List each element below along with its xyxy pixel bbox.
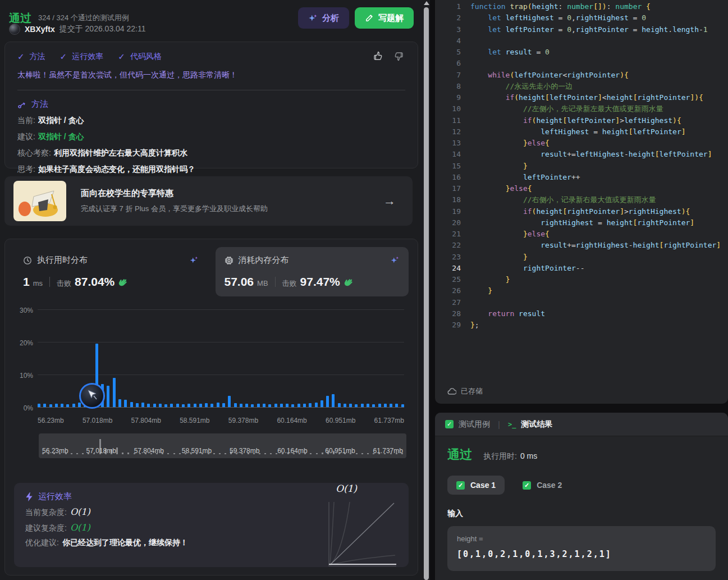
chart-bar[interactable] bbox=[280, 404, 283, 407]
code-lines[interactable]: 1function trap(height: number[]): number… bbox=[435, 1, 728, 331]
chart-bar[interactable] bbox=[332, 394, 335, 407]
code-line[interactable]: 11 if(height[leftPointer]>leftHighest){ bbox=[435, 115, 728, 126]
chart-bar[interactable] bbox=[107, 386, 109, 407]
chart-bar[interactable] bbox=[297, 404, 300, 407]
code-line[interactable]: 27 bbox=[435, 297, 728, 308]
code-line[interactable]: 4 bbox=[435, 35, 728, 47]
code-line[interactable]: 13 }else{ bbox=[435, 138, 728, 149]
case-button[interactable]: ✓Case 1 bbox=[447, 476, 505, 495]
chart-bar[interactable] bbox=[320, 400, 323, 407]
code-line[interactable]: 2 let leftHighest = 0,rightHighest = 0 bbox=[435, 12, 728, 24]
chart-bar[interactable] bbox=[291, 404, 294, 407]
chart-bar[interactable] bbox=[124, 400, 127, 407]
code-line[interactable]: 12 leftHighest = height[leftPointer] bbox=[435, 126, 728, 138]
code-line[interactable]: 19 if(height[rightPointer]>rightHighest)… bbox=[435, 206, 728, 217]
chart-bar[interactable] bbox=[395, 404, 398, 407]
chart-bar[interactable] bbox=[78, 403, 81, 407]
chart-bar[interactable] bbox=[55, 404, 58, 407]
username[interactable]: XBXyftx bbox=[25, 25, 55, 34]
chart-bar[interactable] bbox=[245, 404, 248, 407]
chart-bar[interactable] bbox=[251, 404, 254, 407]
code-line[interactable]: 28 return result bbox=[435, 308, 728, 319]
chart-bar[interactable] bbox=[187, 404, 190, 407]
chart-bar[interactable] bbox=[194, 404, 196, 407]
chart-bar[interactable] bbox=[228, 396, 231, 407]
chart-bar[interactable] bbox=[372, 404, 375, 407]
chart-bar[interactable] bbox=[263, 404, 265, 407]
chart-bar[interactable] bbox=[234, 403, 237, 407]
code-line[interactable]: 17 }else{ bbox=[435, 183, 728, 194]
chart-bar[interactable] bbox=[118, 399, 121, 408]
code-line[interactable]: 24 rightPointer-- bbox=[435, 263, 728, 274]
chart-bar[interactable] bbox=[164, 404, 167, 407]
avatar[interactable] bbox=[9, 24, 20, 35]
chart-bar[interactable] bbox=[113, 378, 116, 407]
chart-bar[interactable] bbox=[274, 404, 277, 407]
chart-bar[interactable] bbox=[66, 404, 69, 407]
tab-testcase[interactable]: ✓ 测试用例 bbox=[445, 419, 490, 430]
code-line[interactable]: 21 }else{ bbox=[435, 229, 728, 240]
chart-bar[interactable] bbox=[130, 402, 133, 407]
chart-bar[interactable] bbox=[390, 404, 392, 407]
chart-bar[interactable] bbox=[286, 404, 289, 407]
chart-bar[interactable] bbox=[72, 404, 75, 407]
chart-bar[interactable] bbox=[136, 403, 139, 407]
code-line[interactable]: 9 if(height[leftPointer]<height[rightPoi… bbox=[435, 92, 728, 103]
chart-bar[interactable] bbox=[384, 404, 387, 407]
chart-bar[interactable] bbox=[141, 403, 144, 407]
chart-bar[interactable] bbox=[61, 404, 63, 407]
code-line[interactable]: 10 //左侧小，先记录新左最大值或更新雨水量 bbox=[435, 103, 728, 115]
chart-bar[interactable] bbox=[378, 404, 381, 407]
chart-bar[interactable] bbox=[355, 404, 358, 407]
code-line[interactable]: 22 result+=rightHighest-height[rightPoin… bbox=[435, 240, 728, 251]
chart-bar[interactable] bbox=[38, 404, 40, 407]
runtime-stat[interactable]: 执行用时分布 1 ms 击败 87.04% bbox=[14, 247, 208, 296]
chart-bar[interactable] bbox=[170, 404, 173, 407]
code-line[interactable]: 7 while(leftPointer<rightPointer){ bbox=[435, 70, 728, 81]
code-line[interactable]: 3 let leftPointer = 0,rightPointer = hei… bbox=[435, 24, 728, 35]
chart-bar[interactable] bbox=[147, 404, 150, 407]
chart-bar[interactable] bbox=[349, 404, 352, 407]
student-promo-banner[interactable]: 面向在校学生的专享特惠 完成认证享 7 折 Plus 会员，享受更多学业及职业成… bbox=[4, 176, 413, 226]
input-box[interactable]: height = [0,1,0,2,1,0,1,3,2,1,2,1] bbox=[447, 526, 716, 571]
sparkles-icon[interactable] bbox=[390, 255, 400, 265]
write-solution-button[interactable]: 写题解 bbox=[355, 7, 414, 29]
sparkles-icon[interactable] bbox=[189, 255, 199, 265]
chart-bar[interactable] bbox=[240, 404, 242, 407]
chart-bar[interactable] bbox=[268, 404, 271, 407]
chart-bar[interactable] bbox=[326, 396, 329, 407]
analyze-button[interactable]: 分析 bbox=[298, 7, 349, 29]
chart-bar[interactable] bbox=[315, 403, 318, 407]
chart-bar[interactable] bbox=[176, 404, 179, 407]
chart-bar[interactable] bbox=[210, 404, 213, 407]
chart-bar[interactable] bbox=[43, 404, 46, 407]
code-line[interactable]: 6 bbox=[435, 58, 728, 69]
code-line[interactable]: 8 //永远先走小的一边 bbox=[435, 81, 728, 92]
tab-test-result[interactable]: >_ 测试结果 bbox=[508, 419, 552, 430]
chart-bar[interactable] bbox=[199, 404, 202, 407]
code-line[interactable]: 20 rightHighest = height[rightPointer] bbox=[435, 217, 728, 229]
code-line[interactable]: 5 let result = 0 bbox=[435, 47, 728, 58]
code-line[interactable]: 16 leftPointer++ bbox=[435, 172, 728, 183]
code-line[interactable]: 1function trap(height: number[]): number… bbox=[435, 1, 728, 12]
scroll-up-arrow[interactable] bbox=[424, 1, 429, 5]
chart-bar[interactable] bbox=[222, 403, 225, 407]
code-line[interactable]: 25 } bbox=[435, 274, 728, 285]
chart-bar[interactable] bbox=[205, 403, 208, 407]
code-line[interactable]: 15 } bbox=[435, 161, 728, 172]
chart-bar[interactable] bbox=[309, 403, 312, 407]
code-line[interactable]: 14 result+=leftHighest-height[leftPointe… bbox=[435, 149, 728, 160]
left-panel-scrollbar[interactable] bbox=[423, 0, 430, 580]
chart-bar[interactable] bbox=[303, 404, 306, 407]
scrollbar-thumb[interactable] bbox=[424, 7, 429, 580]
chart-bar[interactable] bbox=[257, 404, 260, 407]
chart-bar[interactable] bbox=[49, 404, 52, 407]
thumbs-down-button[interactable] bbox=[394, 51, 404, 61]
thumbs-up-button[interactable] bbox=[373, 51, 383, 61]
code-line[interactable]: 23 } bbox=[435, 252, 728, 263]
code-line[interactable]: 26 } bbox=[435, 285, 728, 296]
case-button[interactable]: ✓Case 2 bbox=[514, 476, 571, 495]
chart-bar[interactable] bbox=[153, 404, 156, 407]
promo-arrow-icon[interactable]: → bbox=[380, 193, 399, 209]
chart-bar[interactable] bbox=[182, 404, 185, 407]
